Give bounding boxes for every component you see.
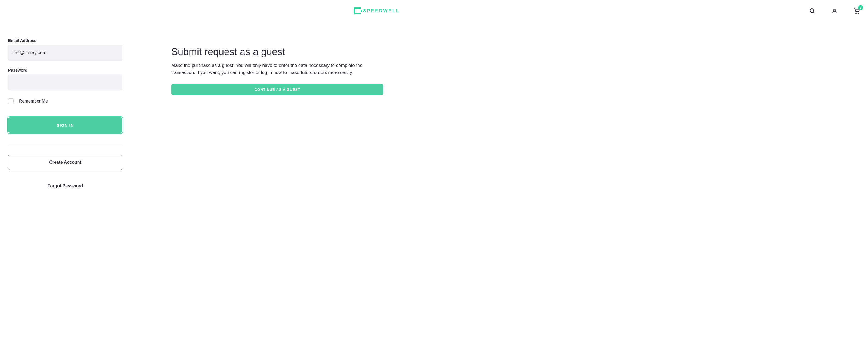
divider: [8, 144, 122, 144]
create-account-button[interactable]: Create Account: [8, 155, 122, 170]
cart-count-badge: 1: [858, 5, 863, 10]
cart-icon[interactable]: 1: [854, 8, 860, 14]
header: SPEEDWELL 1: [0, 0, 868, 22]
brand-logo[interactable]: SPEEDWELL: [354, 7, 400, 14]
continue-as-guest-button[interactable]: Continue as a Guest: [171, 84, 383, 95]
email-label: Email Address: [8, 38, 122, 43]
svg-line-1: [813, 12, 814, 13]
svg-point-3: [856, 13, 857, 13]
signin-button[interactable]: Sign In: [8, 118, 122, 133]
logo-mark-icon: [354, 7, 361, 14]
remember-me-checkbox[interactable]: [8, 98, 13, 104]
user-icon[interactable]: [832, 8, 838, 14]
remember-me-row: Remember Me: [8, 98, 122, 104]
guest-description: Make the purchase as a guest. You will o…: [171, 62, 383, 76]
brand-name: SPEEDWELL: [363, 8, 400, 13]
password-field[interactable]: [8, 74, 122, 90]
login-form: Email Address Password Remember Me Sign …: [8, 38, 122, 188]
search-icon[interactable]: [809, 8, 815, 14]
svg-point-2: [834, 9, 836, 11]
main-content: Email Address Password Remember Me Sign …: [0, 22, 424, 205]
svg-point-4: [858, 13, 859, 13]
guest-section: Submit request as a guest Make the purch…: [171, 38, 383, 188]
password-label: Password: [8, 68, 122, 72]
svg-point-0: [810, 9, 814, 12]
remember-me-label: Remember Me: [19, 99, 48, 103]
email-field[interactable]: [8, 45, 122, 61]
header-actions: 1: [809, 8, 860, 14]
forgot-password-link[interactable]: Forgot Password: [8, 184, 122, 188]
guest-title: Submit request as a guest: [171, 46, 383, 58]
